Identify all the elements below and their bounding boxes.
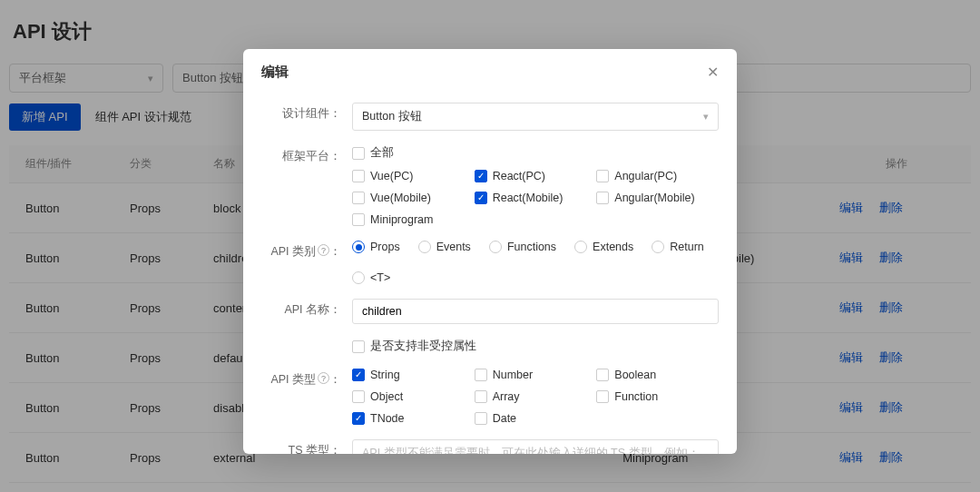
type-number-checkbox[interactable]: Number	[475, 369, 597, 381]
close-icon[interactable]: ✕	[707, 64, 719, 81]
label-api-type: API 类型?：	[261, 369, 352, 425]
label-design-component: 设计组件：	[261, 103, 352, 131]
type-string-checkbox[interactable]: String	[352, 369, 475, 381]
type-function-checkbox[interactable]: Function	[596, 390, 719, 403]
type-date-checkbox[interactable]: Date	[475, 412, 597, 425]
category-t-radio[interactable]: <T>	[352, 271, 390, 284]
label-framework-platform: 框架平台：	[261, 145, 352, 226]
uncontrolled-checkbox[interactable]: 是否支持非受控属性	[352, 339, 719, 354]
label-api-category: API 类别?：	[261, 241, 352, 284]
modal-overlay: 编辑 ✕ 设计组件： Button 按钮 ▾ 框架平台： 全部	[0, 0, 980, 492]
platform-all-checkbox[interactable]: 全部	[352, 145, 475, 161]
design-component-select[interactable]: Button 按钮 ▾	[352, 103, 719, 131]
platform-vue-pc-checkbox[interactable]: Vue(PC)	[352, 170, 475, 182]
type-tnode-checkbox[interactable]: TNode	[352, 412, 475, 425]
category-events-radio[interactable]: Events	[418, 241, 471, 253]
type-array-checkbox[interactable]: Array	[475, 390, 597, 403]
label-ts-type: TS 类型：	[261, 439, 352, 454]
help-icon[interactable]: ?	[318, 372, 329, 384]
help-icon[interactable]: ?	[318, 244, 329, 256]
platform-react-pc-checkbox[interactable]: React(PC)	[475, 170, 597, 182]
api-name-input[interactable]	[352, 299, 719, 324]
category-extends-radio[interactable]: Extends	[574, 241, 633, 253]
label-api-name: API 名称：	[261, 299, 352, 324]
platform-angular-mobile-checkbox[interactable]: Angular(Mobile)	[596, 192, 719, 204]
category-props-radio[interactable]: Props	[352, 241, 400, 253]
platform-angular-pc-checkbox[interactable]: Angular(PC)	[596, 170, 719, 182]
design-component-value: Button 按钮	[362, 109, 422, 124]
ts-type-textarea[interactable]	[352, 439, 719, 454]
platform-vue-mobile-checkbox[interactable]: Vue(Mobile)	[352, 192, 475, 204]
dialog-title: 编辑	[261, 64, 289, 81]
type-object-checkbox[interactable]: Object	[352, 390, 475, 403]
category-return-radio[interactable]: Return	[652, 241, 704, 253]
type-boolean-checkbox[interactable]: Boolean	[596, 369, 719, 381]
chevron-down-icon: ▾	[703, 111, 709, 123]
platform-miniprogram-checkbox[interactable]: Miniprogram	[352, 213, 475, 226]
edit-dialog: 编辑 ✕ 设计组件： Button 按钮 ▾ 框架平台： 全部	[243, 49, 737, 454]
category-functions-radio[interactable]: Functions	[489, 241, 556, 253]
platform-react-mobile-checkbox[interactable]: React(Mobile)	[475, 192, 597, 204]
